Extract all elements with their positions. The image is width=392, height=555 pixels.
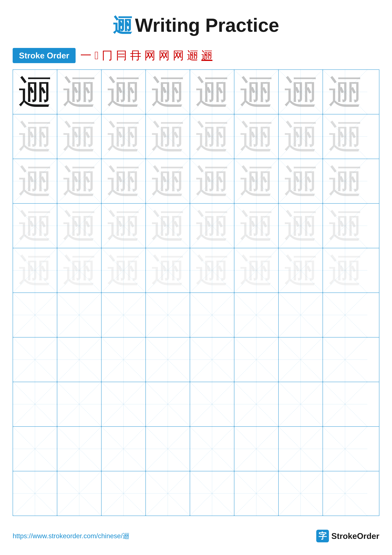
- svg-line-103: [146, 337, 190, 382]
- grid-cell-4-6[interactable]: 逦: [234, 204, 279, 248]
- grid-cell-1-4[interactable]: 逦: [146, 70, 190, 114]
- grid-cell-8-2[interactable]: [57, 382, 101, 426]
- grid-cell-3-6[interactable]: 逦: [234, 159, 279, 203]
- svg-line-107: [234, 337, 278, 382]
- grid-cell-6-8[interactable]: [323, 293, 367, 337]
- grid-cell-10-7[interactable]: [279, 471, 323, 516]
- grid-cell-4-7[interactable]: 逦: [279, 204, 323, 248]
- grid-cell-5-1[interactable]: 逦: [13, 248, 57, 292]
- grid-cell-2-8[interactable]: 逦: [323, 114, 367, 159]
- grid-cell-2-1[interactable]: 逦: [13, 114, 57, 159]
- grid-cell-1-1[interactable]: 逦: [13, 70, 57, 114]
- grid-cell-3-1[interactable]: 逦: [13, 159, 57, 203]
- grid-cell-3-8[interactable]: 逦: [323, 159, 367, 203]
- grid-cell-2-7[interactable]: 逦: [279, 114, 323, 159]
- grid-cell-7-5[interactable]: [190, 337, 234, 382]
- grid-cell-4-4[interactable]: 逦: [146, 204, 190, 248]
- grid-cell-7-8[interactable]: [323, 337, 367, 382]
- grid-cell-2-6[interactable]: 逦: [234, 114, 279, 159]
- grid-cell-9-5[interactable]: [190, 427, 234, 471]
- practice-char: 逦: [107, 209, 140, 242]
- grid-cell-1-5[interactable]: 逦: [190, 70, 234, 114]
- grid-cell-5-6[interactable]: 逦: [234, 248, 279, 292]
- grid-cell-10-3[interactable]: [101, 471, 146, 516]
- grid-cell-10-4[interactable]: [146, 471, 190, 516]
- grid-cell-2-2[interactable]: 逦: [57, 114, 101, 159]
- grid-cell-3-7[interactable]: 逦: [279, 159, 323, 203]
- grid-cell-6-2[interactable]: [57, 293, 101, 337]
- grid-cell-8-6[interactable]: [234, 382, 279, 426]
- grid-row-3: 逦 逦 逦 逦: [13, 159, 379, 204]
- grid-cell-7-3[interactable]: [101, 337, 146, 382]
- grid-cell-9-6[interactable]: [234, 427, 279, 471]
- grid-cell-8-4[interactable]: [146, 382, 190, 426]
- grid-cell-4-2[interactable]: 逦: [57, 204, 101, 248]
- svg-line-151: [146, 471, 190, 516]
- grid-cell-4-8[interactable]: 逦: [323, 204, 367, 248]
- grid-cell-1-8[interactable]: 逦: [323, 70, 367, 114]
- practice-char: 逦: [151, 120, 184, 153]
- stroke-order-section: Stroke Order 一 𠃌 冂 冃 冄 网 网 网 逦 逦: [0, 48, 392, 63]
- svg-line-128: [13, 427, 57, 471]
- grid-cell-6-6[interactable]: [234, 293, 279, 337]
- grid-cell-7-6[interactable]: [234, 337, 279, 382]
- grid-cell-6-4[interactable]: [146, 293, 190, 337]
- grid-cell-6-3[interactable]: [101, 293, 146, 337]
- grid-cell-4-3[interactable]: 逦: [101, 204, 146, 248]
- grid-cell-9-7[interactable]: [279, 427, 323, 471]
- grid-row-1: 逦 逦 逦 逦: [13, 70, 379, 114]
- grid-cell-5-8[interactable]: 逦: [323, 248, 367, 292]
- svg-line-134: [146, 427, 190, 471]
- svg-line-97: [13, 337, 57, 382]
- grid-cell-5-7[interactable]: 逦: [279, 248, 323, 292]
- grid-cell-8-1[interactable]: [13, 382, 57, 426]
- grid-cell-8-8[interactable]: [323, 382, 367, 426]
- grid-cell-1-7[interactable]: 逦: [279, 70, 323, 114]
- svg-line-124: [279, 382, 323, 426]
- grid-cell-7-2[interactable]: [57, 337, 101, 382]
- grid-cell-5-3[interactable]: 逦: [101, 248, 146, 292]
- grid-cell-2-5[interactable]: 逦: [190, 114, 234, 159]
- grid-cell-6-7[interactable]: [279, 293, 323, 337]
- grid-cell-4-1[interactable]: 逦: [13, 204, 57, 248]
- svg-line-121: [190, 382, 234, 426]
- grid-cell-8-3[interactable]: [101, 382, 146, 426]
- svg-line-149: [101, 471, 145, 516]
- grid-cell-7-4[interactable]: [146, 337, 190, 382]
- grid-cell-1-6[interactable]: 逦: [234, 70, 279, 114]
- grid-cell-5-5[interactable]: 逦: [190, 248, 234, 292]
- grid-cell-4-5[interactable]: 逦: [190, 204, 234, 248]
- grid-cell-2-4[interactable]: 逦: [146, 114, 190, 159]
- grid-cell-5-4[interactable]: 逦: [146, 248, 190, 292]
- grid-cell-9-4[interactable]: [146, 427, 190, 471]
- grid-cell-3-5[interactable]: 逦: [190, 159, 234, 203]
- svg-line-93: [279, 293, 323, 337]
- grid-cell-10-8[interactable]: [323, 471, 367, 516]
- practice-char: 逦: [63, 254, 96, 287]
- grid-cell-1-2[interactable]: 逦: [57, 70, 101, 114]
- grid-cell-9-2[interactable]: [57, 427, 101, 471]
- practice-char: 逦: [63, 209, 96, 242]
- footer-url[interactable]: https://www.strokeorder.com/chinese/逦: [13, 532, 129, 540]
- footer-logo: 字 StrokeOrder: [316, 530, 379, 542]
- grid-cell-5-2[interactable]: 逦: [57, 248, 101, 292]
- grid-cell-3-2[interactable]: 逦: [57, 159, 101, 203]
- grid-cell-7-1[interactable]: [13, 337, 57, 382]
- grid-cell-8-7[interactable]: [279, 382, 323, 426]
- grid-cell-10-1[interactable]: [13, 471, 57, 516]
- grid-cell-7-7[interactable]: [279, 337, 323, 382]
- grid-cell-9-8[interactable]: [323, 427, 367, 471]
- grid-cell-10-2[interactable]: [57, 471, 101, 516]
- grid-cell-10-5[interactable]: [190, 471, 234, 516]
- grid-cell-10-6[interactable]: [234, 471, 279, 516]
- grid-cell-2-3[interactable]: 逦: [101, 114, 146, 159]
- practice-char: 逦: [63, 75, 96, 109]
- grid-cell-6-1[interactable]: [13, 293, 57, 337]
- grid-cell-6-5[interactable]: [190, 293, 234, 337]
- grid-cell-8-5[interactable]: [190, 382, 234, 426]
- grid-cell-3-3[interactable]: 逦: [101, 159, 146, 203]
- grid-cell-9-1[interactable]: [13, 427, 57, 471]
- grid-cell-3-4[interactable]: 逦: [146, 159, 190, 203]
- grid-cell-1-3[interactable]: 逦: [101, 70, 146, 114]
- grid-cell-9-3[interactable]: [101, 427, 146, 471]
